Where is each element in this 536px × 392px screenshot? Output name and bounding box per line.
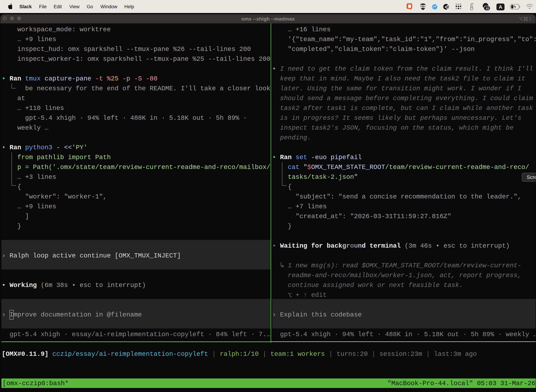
svg-text:..61: ..61 (484, 7, 489, 10)
